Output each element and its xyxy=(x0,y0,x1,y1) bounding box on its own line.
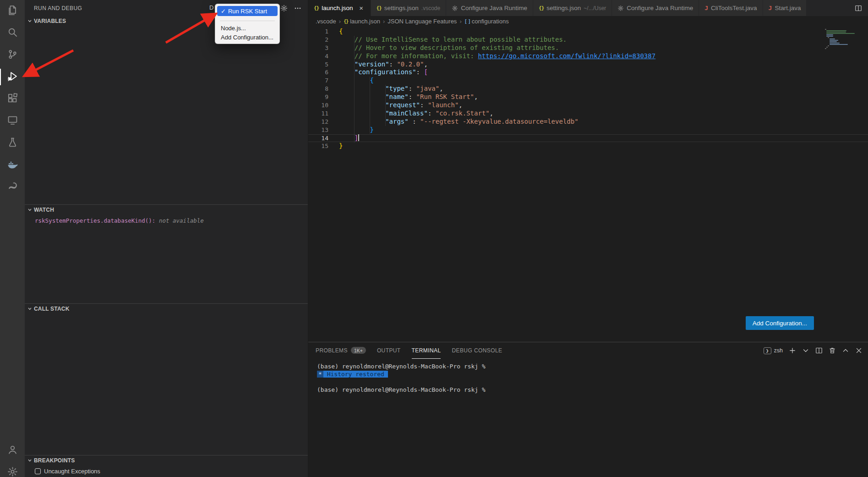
call-stack-section-header[interactable]: CALL STACK xyxy=(25,304,308,314)
code-line-text: // For more information, visit: https://… xyxy=(339,52,655,60)
tab-configure-java-runtime[interactable]: Configure Java Runtime xyxy=(446,0,533,16)
tab-configure-java-runtime[interactable]: Configure Java Runtime xyxy=(612,0,699,16)
close-tab-icon[interactable]: × xyxy=(358,4,365,12)
menu-item-run-rsk-start[interactable]: ✓ Run RSK Start xyxy=(217,6,278,16)
tab-label: settings.json xyxy=(384,5,419,11)
code-line-1[interactable]: 1{ xyxy=(308,27,868,36)
panel-tab-terminal[interactable]: TERMINAL xyxy=(412,342,441,359)
line-number: 2 xyxy=(308,36,328,44)
minimap-line xyxy=(826,30,846,31)
minimap-line xyxy=(826,33,855,34)
tab-start-java[interactable]: JStart.java xyxy=(763,0,807,16)
code-line-7[interactable]: 7 { xyxy=(308,77,868,85)
breadcrumb-separator-icon: › xyxy=(459,18,461,25)
line-number: 4 xyxy=(308,52,328,60)
tab-clitoolstest-java[interactable]: JCliToolsTest.java xyxy=(699,0,763,16)
panel-tab-debug-console[interactable]: DEBUG CONSOLE xyxy=(452,342,502,359)
panel-header: PROBLEMS1K+OUTPUTTERMINALDEBUG CONSOLE ❯… xyxy=(308,342,868,359)
activity-item-testing[interactable] xyxy=(0,132,25,154)
menu-item-node-js[interactable]: Node.js... xyxy=(217,23,278,33)
close-panel-icon[interactable] xyxy=(855,347,863,354)
code-line-8[interactable]: 8 "type": "java", xyxy=(308,85,868,93)
line-number: 14 xyxy=(308,134,328,143)
code-line-5[interactable]: 5 "version": "0.2.0", xyxy=(308,60,868,69)
code-line-text: "args" : "--regtest -Xkeyvalue.datasourc… xyxy=(339,118,579,126)
new-terminal-plus-icon[interactable] xyxy=(789,347,796,354)
line-number: 7 xyxy=(308,77,328,85)
watch-expression-row[interactable]: rskSystemProperties.databaseKind(): not … xyxy=(25,215,308,224)
code-line-text: "name": "Run RSK Start", xyxy=(339,93,478,101)
add-configuration-button[interactable]: Add Configuration... xyxy=(746,316,814,330)
code-line-2[interactable]: 2 // Use IntelliSense to learn about pos… xyxy=(308,36,868,44)
activity-item-search[interactable] xyxy=(0,22,25,44)
code-line-text: "version": "0.2.0", xyxy=(339,60,428,69)
shell-label: zsh xyxy=(774,347,783,354)
breakpoint-uncaught-exceptions[interactable]: Uncaught Exceptions xyxy=(25,466,308,477)
line-number: 10 xyxy=(308,101,328,110)
minimap-line xyxy=(826,47,828,48)
watch-expression: rskSystemProperties.databaseKind(): xyxy=(35,217,155,224)
code-line-15[interactable]: 15} xyxy=(308,142,868,150)
line-number: 8 xyxy=(308,85,328,93)
activity-item-accounts[interactable] xyxy=(0,439,25,461)
breakpoints-section-header[interactable]: BREAKPOINTS xyxy=(25,455,308,466)
breadcrumb-launch-json[interactable]: {}launch.json xyxy=(344,18,380,25)
problems-count-badge: 1K+ xyxy=(351,347,366,354)
maximize-panel-chevron-up-icon[interactable] xyxy=(842,347,849,354)
split-terminal-icon[interactable] xyxy=(815,347,823,354)
code-line-13[interactable]: 13 } xyxy=(308,126,868,134)
explorer-icon xyxy=(7,5,18,17)
tab-settings-json[interactable]: {}settings.json~/.../User xyxy=(533,0,612,16)
tab-label: Configure Java Runtime xyxy=(461,5,527,11)
code-line-14[interactable]: 14 ] xyxy=(308,134,868,143)
indent-guide xyxy=(370,77,370,134)
breadcrumb-vscode[interactable]: .vscode xyxy=(316,18,336,25)
tab-launch-json[interactable]: {}launch.json× xyxy=(308,0,371,16)
code-line-3[interactable]: 3 // Hover to view descriptions of exist… xyxy=(308,44,868,52)
activity-item-docker[interactable] xyxy=(0,154,25,176)
launch-settings-gear-icon[interactable] xyxy=(280,5,288,12)
checkbox-icon[interactable] xyxy=(35,468,41,474)
watch-section-header[interactable]: WATCH xyxy=(25,205,308,215)
breadcrumb-json-language-features[interactable]: JSON Language Features xyxy=(388,18,457,25)
json-file-icon: {} xyxy=(539,5,544,11)
chevron-down-icon xyxy=(27,208,32,212)
split-editor-icon[interactable] xyxy=(855,5,862,12)
activity-item-manage[interactable] xyxy=(0,461,25,477)
tab-settings-json[interactable]: {}settings.json.vscode xyxy=(371,0,447,16)
array-symbol-icon: [ ] xyxy=(464,19,470,24)
code-line-12[interactable]: 12 "args" : "--regtest -Xkeyvalue.dataso… xyxy=(308,118,868,126)
code-line-4[interactable]: 4 // For more information, visit: https:… xyxy=(308,52,868,60)
code-line-10[interactable]: 10 "request": "launch", xyxy=(308,101,868,110)
breadcrumb-configurations[interactable]: [ ]configurations xyxy=(464,18,509,25)
menu-item-add-configuration[interactable]: Add Configuration... xyxy=(217,33,278,42)
gear-file-icon xyxy=(617,5,624,11)
activity-item-gradle[interactable] xyxy=(0,176,25,198)
code-editor[interactable]: 1{2 // Use IntelliSense to learn about p… xyxy=(308,27,868,342)
terminal-shell-chip[interactable]: ❯ zsh xyxy=(764,347,783,354)
code-line-11[interactable]: 11 "mainClass": "co.rsk.Start", xyxy=(308,110,868,118)
activity-item-remote-explorer[interactable] xyxy=(0,110,25,132)
activity-bar-bottom xyxy=(0,439,25,477)
debug-config-select-fragment[interactable]: D xyxy=(209,4,213,11)
activity-item-explorer[interactable] xyxy=(0,0,25,22)
line-number: 9 xyxy=(308,93,328,101)
panel-tab-output[interactable]: OUTPUT xyxy=(377,342,401,359)
tab-label: CliToolsTest.java xyxy=(711,5,757,11)
minimap[interactable] xyxy=(825,29,854,49)
code-line-6[interactable]: 6 "configurations": [ xyxy=(308,68,868,77)
activity-item-extensions[interactable] xyxy=(0,88,25,110)
panel-tab-problems[interactable]: PROBLEMS1K+ xyxy=(316,342,366,359)
code-line-text: // Hover to view descriptions of existin… xyxy=(339,44,559,52)
launch-profile-chevron-down-icon[interactable] xyxy=(802,347,809,354)
activity-item-run-and-debug[interactable] xyxy=(0,66,25,88)
kill-terminal-trash-icon[interactable] xyxy=(829,347,836,354)
panel-actions: ❯ zsh xyxy=(764,347,863,354)
terminal-line xyxy=(317,378,868,386)
minimap-line xyxy=(828,37,829,38)
activity-item-source-control[interactable] xyxy=(0,44,25,66)
breadcrumb-separator-icon: › xyxy=(383,18,385,25)
terminal-output[interactable]: (base) reynoldmorel@Reynolds-MacBook-Pro… xyxy=(308,359,868,477)
code-line-9[interactable]: 9 "name": "Run RSK Start", xyxy=(308,93,868,101)
views-more-actions-icon[interactable] xyxy=(294,5,301,12)
